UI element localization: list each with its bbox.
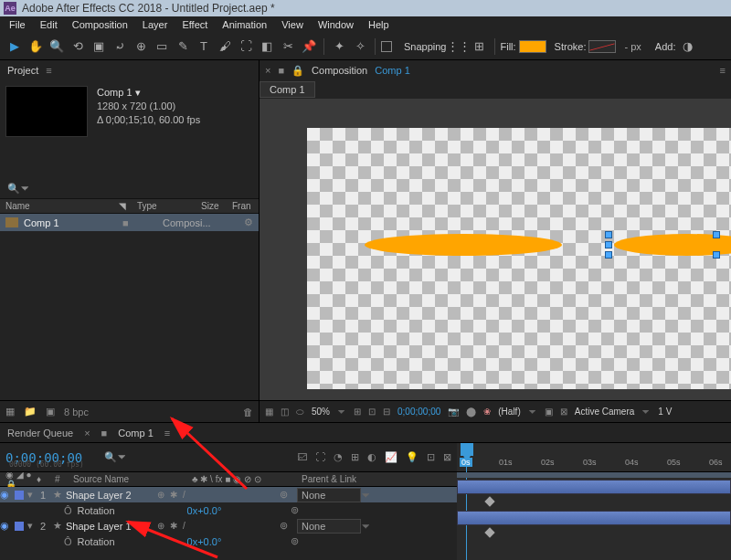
- menu-help[interactable]: Help: [361, 17, 397, 32]
- composition-viewport[interactable]: [260, 99, 731, 400]
- new-comp-icon[interactable]: ▣: [46, 406, 55, 417]
- layer-switches[interactable]: ⊕✱/: [152, 490, 261, 500]
- stopwatch-icon[interactable]: Ô: [64, 536, 72, 547]
- close-tab-icon[interactable]: ×: [84, 428, 90, 438]
- resize-handle[interactable]: [605, 251, 612, 259]
- camera-dropdown[interactable]: Active Camera: [575, 407, 635, 417]
- layer-switches[interactable]: ⊕✱/: [152, 521, 261, 531]
- snap-opt-icon[interactable]: ⋮⋮: [450, 37, 468, 56]
- twirl-icon[interactable]: ▾: [27, 489, 37, 501]
- roi-icon[interactable]: ▣: [545, 407, 553, 417]
- tl-icon-b[interactable]: ⊠: [443, 451, 451, 463]
- fill-swatch[interactable]: [519, 40, 546, 53]
- project-item-comp1[interactable]: Comp 1 ■ Composi... ⚙: [0, 214, 259, 231]
- viewer-tab[interactable]: Comp 1: [260, 81, 315, 98]
- panel-menu-icon-2[interactable]: ≡: [720, 65, 726, 76]
- snapping-checkbox[interactable]: [381, 41, 392, 52]
- layer-bar-2[interactable]: [457, 511, 731, 525]
- views-dropdown[interactable]: 1 V: [658, 407, 672, 417]
- local-axis-icon[interactable]: ✦: [330, 37, 348, 56]
- res-half-icon[interactable]: ⊡: [368, 407, 376, 417]
- menu-view[interactable]: View: [274, 17, 311, 32]
- layer-row-1[interactable]: ◉ ▾ 1 ★ Shape Layer 2 ⊕✱/ ⊚ None⏷: [0, 487, 457, 502]
- timeline-comp-tab[interactable]: Comp 1: [118, 428, 154, 438]
- comp-name[interactable]: Comp 1 ▾: [97, 87, 141, 98]
- new-folder-icon[interactable]: 📁: [24, 406, 37, 417]
- visibility-icon[interactable]: ◉: [0, 520, 9, 532]
- comp-flowchart-icon[interactable]: ⛶: [315, 451, 325, 463]
- selection-tool-icon[interactable]: ▶: [5, 37, 24, 56]
- work-area[interactable]: [457, 472, 731, 478]
- orbit-tool-icon[interactable]: ⟲: [69, 37, 87, 56]
- col-size[interactable]: Size: [201, 201, 232, 211]
- roto-tool-icon[interactable]: ✂: [279, 37, 297, 56]
- keyframe-icon[interactable]: [484, 527, 494, 537]
- region-icon[interactable]: ▦: [265, 407, 273, 417]
- visibility-icon[interactable]: ◉: [0, 489, 9, 501]
- rect-tool-icon[interactable]: ▭: [153, 37, 171, 56]
- keyframe-icon[interactable]: [484, 496, 494, 506]
- comp-thumbnail[interactable]: [5, 86, 88, 137]
- puppet-tool-icon[interactable]: 📌: [300, 37, 318, 56]
- transparency-icon[interactable]: ◫: [281, 407, 289, 417]
- stroke-width[interactable]: - px: [624, 41, 641, 52]
- menu-animation[interactable]: Animation: [215, 17, 274, 32]
- clone-tool-icon[interactable]: ⛶: [237, 37, 255, 56]
- label-color[interactable]: [15, 522, 24, 531]
- zoom-dropdown[interactable]: 50%: [312, 407, 330, 417]
- interpret-icon[interactable]: ▦: [5, 406, 15, 417]
- property-rotation-1[interactable]: Ô Rotation 0x+0.0° ⊚: [0, 502, 457, 518]
- stopwatch-icon[interactable]: Ô: [64, 505, 72, 516]
- menu-file[interactable]: File: [2, 17, 33, 32]
- panel-menu-icon[interactable]: ≡: [46, 65, 51, 76]
- stroke-swatch[interactable]: [588, 40, 616, 53]
- show-channel-icon[interactable]: ⬤: [466, 407, 476, 417]
- mask-icon[interactable]: ⬭: [296, 407, 304, 417]
- hand-tool-icon[interactable]: ✋: [26, 37, 45, 56]
- zoom-tool-icon[interactable]: 🔍: [48, 37, 66, 56]
- layer-row-2[interactable]: ◉ ▾ 2 ★ Shape Layer 1 ⊕✱/ ⊚ None⏷: [0, 518, 457, 534]
- rotate-tool-icon[interactable]: ⤾: [111, 37, 129, 56]
- expression-pickwhip-icon[interactable]: ⊚: [291, 504, 299, 516]
- tab-menu-icon[interactable]: ≡: [164, 428, 170, 438]
- col-parent[interactable]: Parent & Link: [302, 474, 393, 484]
- anchor-tool-icon[interactable]: ⊕: [132, 37, 150, 56]
- col-source-name[interactable]: Source Name: [73, 474, 192, 484]
- col-type[interactable]: Type: [137, 201, 201, 211]
- menu-window[interactable]: Window: [311, 17, 361, 32]
- resize-handle[interactable]: [713, 251, 720, 259]
- layer-name[interactable]: Shape Layer 2: [66, 490, 152, 501]
- project-tab[interactable]: Project: [7, 65, 38, 76]
- draft3d-icon[interactable]: ◔: [334, 451, 343, 463]
- togglealpha-icon[interactable]: ⊠: [560, 407, 567, 417]
- menu-effect[interactable]: Effect: [175, 17, 215, 32]
- shy-icon[interactable]: 🗠: [297, 451, 307, 463]
- col-label-icon[interactable]: ◥: [119, 201, 137, 211]
- tl-icon-a[interactable]: ⊡: [427, 451, 435, 463]
- type-tool-icon[interactable]: T: [195, 37, 213, 56]
- flowchart-icon[interactable]: ⚙: [244, 217, 253, 228]
- color-mgmt-icon[interactable]: ❀: [483, 407, 491, 417]
- motion-blur-icon[interactable]: ◐: [367, 451, 376, 463]
- resize-handle[interactable]: [605, 231, 612, 238]
- camera-tool-icon[interactable]: ▣: [90, 37, 108, 56]
- graph-editor-icon[interactable]: 📈: [385, 451, 397, 463]
- menu-layer[interactable]: Layer: [135, 17, 175, 32]
- resize-handle[interactable]: [713, 231, 720, 238]
- col-name[interactable]: Name: [5, 201, 119, 211]
- shape-layer-1-ellipse[interactable]: [365, 234, 562, 256]
- world-axis-icon[interactable]: ✧: [351, 37, 369, 56]
- res-full-icon[interactable]: ⊞: [354, 407, 361, 417]
- snapshot-icon[interactable]: 📷: [448, 407, 459, 417]
- property-value[interactable]: 0x+0.0°: [187, 505, 222, 516]
- expression-pickwhip-icon[interactable]: ⊚: [291, 535, 299, 547]
- snap-grid-icon[interactable]: ⊞: [471, 37, 489, 56]
- layer-name[interactable]: Shape Layer 1: [66, 521, 152, 532]
- lock-icon[interactable]: 🔒: [291, 65, 304, 77]
- menu-edit[interactable]: Edit: [33, 17, 65, 32]
- bpc-label[interactable]: 8 bpc: [64, 407, 89, 417]
- brainstorm-icon[interactable]: 💡: [406, 451, 418, 463]
- property-value[interactable]: 0x+0.0°: [187, 536, 222, 547]
- layer-bar-1[interactable]: [457, 480, 731, 494]
- search-icon[interactable]: 🔍⏷: [7, 183, 30, 194]
